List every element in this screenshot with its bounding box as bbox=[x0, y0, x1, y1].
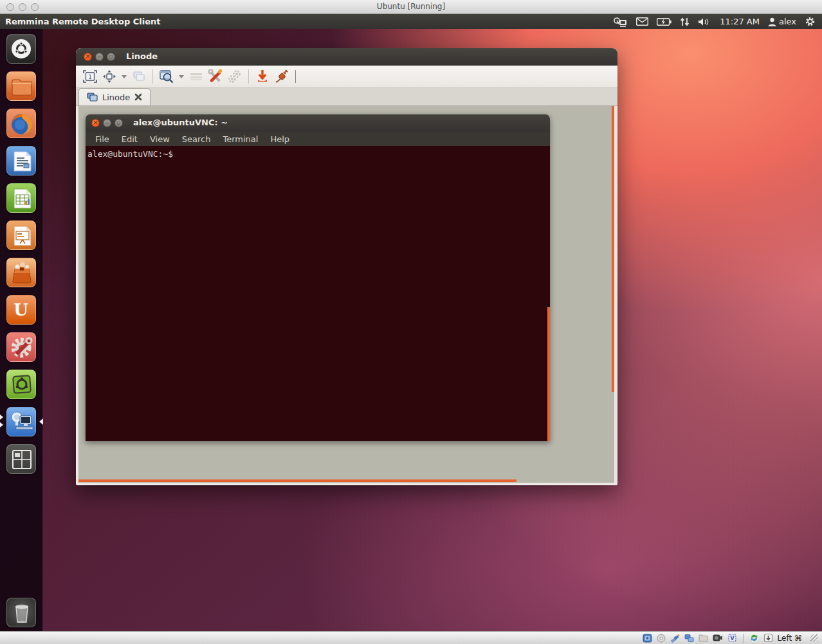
fit-window-menu-caret[interactable] bbox=[122, 75, 127, 78]
mouse-integration-icon[interactable] bbox=[749, 633, 759, 643]
launcher-item-remmina-wrap bbox=[6, 407, 36, 436]
disconnect-icon[interactable] bbox=[273, 68, 290, 85]
launcher-item-dash-home[interactable] bbox=[6, 34, 36, 64]
tab-connection-icon bbox=[87, 93, 98, 102]
launcher-item-software-center[interactable] bbox=[6, 258, 36, 287]
preferences-icon[interactable] bbox=[226, 68, 243, 85]
gear-wrench-icon bbox=[7, 333, 37, 362]
launcher-item-ubuntu-green-app[interactable] bbox=[6, 370, 36, 399]
launcher-item-system-settings[interactable] bbox=[6, 332, 36, 362]
global-menubar: Remmina Remote Desktop Client 11:27 AM a… bbox=[0, 14, 822, 29]
remmina-toolbar: 1 bbox=[76, 66, 617, 88]
remmina-tabbar: Linode bbox=[76, 88, 617, 106]
remmina-maximize-button[interactable]: ◻ bbox=[107, 53, 115, 61]
toolbar-separator bbox=[248, 69, 249, 84]
tab-close-icon[interactable] bbox=[134, 93, 142, 101]
volume-indicator-icon[interactable] bbox=[698, 17, 711, 26]
battery-indicator-icon[interactable] bbox=[657, 18, 671, 26]
tools-icon[interactable] bbox=[207, 68, 224, 85]
shared-folders-icon[interactable] bbox=[699, 634, 708, 642]
writer-document-icon bbox=[7, 147, 37, 176]
viewport-vertical-scrollbar[interactable] bbox=[612, 106, 614, 392]
host-key-label: Left ⌘ bbox=[778, 634, 802, 643]
folder-icon bbox=[7, 72, 37, 102]
terminal-close-button[interactable]: ✕ bbox=[91, 119, 100, 127]
menu-terminal[interactable]: Terminal bbox=[217, 134, 264, 144]
remmina-icon bbox=[7, 407, 37, 437]
svg-text:V: V bbox=[730, 635, 735, 641]
fullscreen-icon[interactable]: 1 bbox=[82, 68, 98, 85]
scaled-mode-icon[interactable] bbox=[158, 68, 175, 85]
terminal-titlebar[interactable]: ✕ – ◻ alex@ubuntuVNC: ~ bbox=[86, 114, 550, 132]
desktop-wallpaper: U ✕ – ◻ Linode bbox=[0, 29, 822, 631]
launcher-item-libreoffice-calc[interactable] bbox=[6, 183, 36, 213]
firefox-icon bbox=[7, 109, 37, 139]
tab-linode[interactable]: Linode bbox=[78, 88, 151, 105]
switch-pages-icon[interactable] bbox=[131, 68, 147, 85]
toolbar-end-separator bbox=[295, 70, 296, 83]
statusbar-separator bbox=[743, 634, 744, 643]
user-menu[interactable]: alex bbox=[768, 17, 796, 26]
session-gear-icon[interactable] bbox=[805, 16, 816, 27]
vm-titlebar[interactable]: Ubuntu [Running] bbox=[0, 0, 822, 14]
impress-presentation-icon bbox=[7, 221, 37, 251]
remmina-minimize-button[interactable]: – bbox=[95, 53, 104, 61]
remmina-titlebar[interactable]: ✕ – ◻ Linode bbox=[76, 48, 617, 66]
sync-arrows-indicator-icon[interactable] bbox=[680, 17, 690, 26]
launcher-item-files[interactable] bbox=[6, 71, 36, 101]
network-adapters-icon[interactable] bbox=[684, 634, 694, 643]
terminal-content[interactable]: alex@ubuntuVNC:~$ bbox=[86, 146, 550, 441]
vnc-viewport[interactable]: ✕ – ◻ alex@ubuntuVNC: ~ File Edit View S… bbox=[78, 106, 614, 483]
scaled-mode-menu-caret[interactable] bbox=[179, 75, 184, 78]
workspace-grid-icon bbox=[7, 445, 37, 474]
viewport-horizontal-scrollbar[interactable] bbox=[78, 479, 516, 482]
remmina-close-button[interactable]: ✕ bbox=[84, 53, 92, 61]
vm-window-title: Ubuntu [Running] bbox=[0, 0, 822, 14]
menu-help[interactable]: Help bbox=[264, 134, 295, 144]
svg-text:1: 1 bbox=[88, 74, 92, 80]
app-title: Remmina Remote Desktop Client bbox=[5, 17, 161, 26]
terminal-menubar: File Edit View Search Terminal Help bbox=[86, 132, 550, 146]
hard-disks-icon[interactable] bbox=[643, 634, 652, 643]
launcher-item-libreoffice-writer[interactable] bbox=[6, 146, 36, 175]
remote-desktop-indicator-icon[interactable] bbox=[614, 17, 628, 27]
remmina-window-title: Linode bbox=[126, 48, 158, 65]
launcher-item-workspace-switcher[interactable] bbox=[6, 444, 36, 474]
menu-file[interactable]: File bbox=[89, 134, 115, 144]
launcher-item-firefox[interactable] bbox=[6, 109, 36, 138]
running-indicator-arrow bbox=[0, 422, 3, 427]
toolbar-separator bbox=[152, 69, 153, 84]
menu-view[interactable]: View bbox=[144, 134, 176, 144]
usb-devices-icon[interactable] bbox=[670, 634, 680, 643]
display-icon[interactable] bbox=[713, 634, 723, 642]
mail-indicator-icon[interactable] bbox=[636, 17, 648, 26]
trash-can-icon bbox=[7, 598, 37, 628]
shopping-bag-icon bbox=[7, 258, 37, 288]
grab-keyboard-icon[interactable] bbox=[188, 68, 205, 85]
terminal-minimize-button[interactable]: – bbox=[103, 119, 111, 127]
menu-edit[interactable]: Edit bbox=[116, 134, 143, 144]
terminal-overlay-scrollbar[interactable] bbox=[547, 307, 550, 441]
launcher-item-libreoffice-impress[interactable] bbox=[6, 220, 36, 250]
tab-label: Linode bbox=[102, 93, 130, 102]
username: alex bbox=[779, 17, 796, 26]
remmina-window: ✕ – ◻ Linode 1 bbox=[76, 48, 617, 485]
host-key-state-icon[interactable] bbox=[763, 633, 773, 643]
launcher-item-trash[interactable] bbox=[6, 598, 36, 627]
unity-launcher: U bbox=[0, 29, 42, 631]
resize-grip[interactable] bbox=[810, 634, 818, 642]
launcher-item-ubuntu-one[interactable]: U bbox=[6, 295, 36, 325]
focused-indicator-arrow bbox=[39, 418, 43, 425]
indicator-area: 11:27 AM alex bbox=[614, 16, 822, 27]
fit-window-icon[interactable] bbox=[101, 68, 118, 85]
optical-drives-icon[interactable] bbox=[657, 634, 666, 643]
terminal-maximize-button[interactable]: ◻ bbox=[114, 119, 123, 127]
virtualization-chip-icon[interactable]: V bbox=[727, 633, 737, 643]
launcher-item-remmina[interactable] bbox=[6, 407, 36, 436]
minimize-connection-icon[interactable] bbox=[254, 68, 271, 85]
menu-search[interactable]: Search bbox=[176, 134, 217, 144]
running-indicator-arrow bbox=[0, 415, 3, 420]
terminal-window: ✕ – ◻ alex@ubuntuVNC: ~ File Edit View S… bbox=[86, 114, 550, 441]
clock[interactable]: 11:27 AM bbox=[720, 17, 760, 26]
calc-spreadsheet-icon bbox=[7, 184, 37, 213]
